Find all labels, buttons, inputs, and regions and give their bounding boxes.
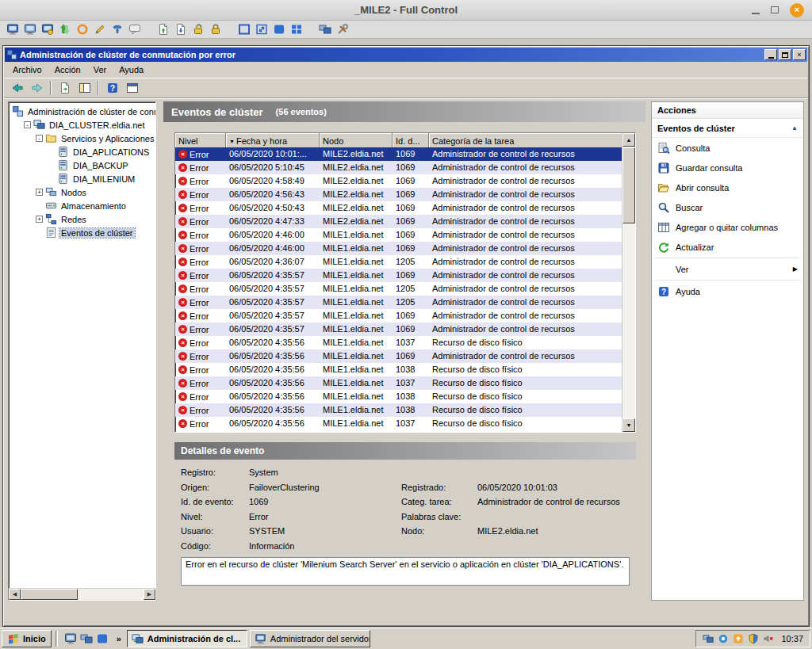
event-row[interactable]: ×Error06/05/2020 4:35:57MILE1.eldia.net1… bbox=[175, 323, 622, 336]
event-row[interactable]: ×Error06/05/2020 4:35:57MILE1.eldia.net1… bbox=[175, 296, 622, 309]
action-buscar[interactable]: Buscar bbox=[652, 197, 803, 217]
event-row[interactable]: ×Error06/05/2020 4:35:56MILE1.eldia.net1… bbox=[175, 336, 622, 349]
event-row[interactable]: ×Error06/05/2020 4:58:49MILE2.eldia.net1… bbox=[175, 174, 622, 188]
tree-item-dia-backup[interactable]: DIA_BACKUP bbox=[9, 158, 155, 172]
action-guardar-consulta[interactable]: Guardar consulta bbox=[652, 158, 803, 178]
event-row[interactable]: ×Error06/05/2020 4:50:43MILE2.eldia.net1… bbox=[175, 201, 622, 215]
event-row[interactable]: ×Error06/05/2020 4:35:56MILE1.eldia.net1… bbox=[175, 376, 622, 390]
unlock-icon[interactable] bbox=[190, 22, 205, 37]
scale-icon[interactable] bbox=[254, 22, 269, 37]
forward-icon[interactable] bbox=[28, 79, 46, 97]
column-header-categoría-de-la-tarea[interactable]: Categoría de la tarea bbox=[429, 133, 635, 147]
vnc-minimize-button[interactable] bbox=[752, 6, 760, 14]
remote-icon[interactable] bbox=[64, 632, 77, 645]
grid-icon[interactable] bbox=[289, 22, 304, 37]
scroll-up-button[interactable]: ▲ bbox=[622, 133, 635, 147]
phone-icon[interactable] bbox=[109, 22, 124, 37]
screen-icon[interactable] bbox=[96, 632, 109, 645]
vnc-close-button[interactable]: × bbox=[790, 3, 804, 17]
window-minimize-button[interactable] bbox=[764, 49, 777, 60]
transfer-icon[interactable] bbox=[57, 22, 72, 37]
event-row[interactable]: ×Error06/05/2020 4:35:57MILE1.eldia.net1… bbox=[175, 269, 622, 282]
file-download-icon[interactable] bbox=[173, 22, 188, 37]
event-row[interactable]: ×Error06/05/2020 4:46:00MILE1.eldia.net1… bbox=[175, 228, 622, 242]
lock-icon[interactable] bbox=[208, 22, 223, 37]
monitor-icon[interactable] bbox=[5, 22, 20, 37]
quick-launch-overflow[interactable]: » bbox=[113, 634, 124, 643]
expand-toggle-icon[interactable]: + bbox=[36, 189, 43, 196]
dual-monitor-icon[interactable] bbox=[80, 632, 93, 645]
chat-icon[interactable] bbox=[127, 22, 142, 37]
window-close-button[interactable]: × bbox=[793, 49, 806, 60]
tree-item-dia-cluster-eldia-net[interactable]: -DIA_CLUSTER.eldia.net bbox=[9, 118, 155, 132]
event-row[interactable]: ×Error06/05/2020 4:35:56MILE1.eldia.net1… bbox=[175, 390, 622, 403]
action-consulta[interactable]: Consulta bbox=[652, 138, 803, 158]
volume-muted-icon[interactable] bbox=[763, 633, 774, 644]
session-icon[interactable] bbox=[718, 633, 729, 644]
splitter-right[interactable] bbox=[645, 101, 651, 601]
event-row[interactable]: ×Error06/05/2020 4:36:07MILE1.eldia.net1… bbox=[175, 255, 622, 269]
event-row[interactable]: ×Error06/05/2020 4:35:56MILE1.eldia.net1… bbox=[175, 417, 622, 430]
fullscreen-icon[interactable] bbox=[236, 22, 251, 37]
collapse-toggle-icon[interactable]: - bbox=[24, 121, 31, 128]
scroll-down-button[interactable]: ▼ bbox=[622, 418, 635, 432]
tree-horizontal-scrollbar[interactable]: ◀ ▶ bbox=[9, 588, 155, 600]
vnc-titlebar[interactable]: _MILE2 - Full Control × bbox=[0, 0, 812, 21]
event-row[interactable]: ×Error06/05/2020 10:01:...MILE2.eldia.ne… bbox=[175, 147, 622, 161]
scroll-left-button[interactable]: ◀ bbox=[9, 589, 21, 600]
tools-icon[interactable] bbox=[335, 22, 350, 37]
collapse-icon[interactable]: ▲ bbox=[791, 124, 798, 132]
update-icon[interactable] bbox=[733, 633, 744, 644]
column-header-nodo[interactable]: Nodo bbox=[320, 133, 393, 147]
tree-item-almacenamiento[interactable]: Almacenamiento bbox=[9, 199, 155, 212]
events-vertical-scrollbar[interactable]: ▲ ▼ bbox=[622, 133, 635, 432]
menu-acción[interactable]: Acción bbox=[48, 63, 87, 77]
vnc-maximize-button[interactable] bbox=[771, 6, 779, 13]
event-row[interactable]: ×Error06/05/2020 4:35:56MILE1.eldia.net1… bbox=[175, 403, 622, 417]
action-actualizar[interactable]: Actualizar bbox=[652, 237, 803, 257]
scrollbar-thumb[interactable] bbox=[622, 147, 635, 223]
new-window-icon[interactable] bbox=[123, 79, 141, 97]
scrollbar-thumb[interactable] bbox=[21, 589, 78, 600]
event-row[interactable]: ×Error06/05/2020 4:35:57MILE1.eldia.net1… bbox=[175, 282, 622, 296]
tree-item-nodos[interactable]: +Nodos bbox=[9, 185, 155, 199]
event-row[interactable]: ×Error06/05/2020 4:47:33MILE2.eldia.net1… bbox=[175, 215, 622, 228]
start-button[interactable]: Inicio bbox=[2, 630, 52, 647]
event-row[interactable]: ×Error06/05/2020 4:35:56MILE1.eldia.net1… bbox=[175, 349, 622, 363]
dual-monitor-icon[interactable] bbox=[317, 22, 332, 37]
menu-archivo[interactable]: Archivo bbox=[6, 63, 48, 77]
expand-toggle-icon[interactable]: + bbox=[36, 216, 43, 223]
event-row[interactable]: ×Error06/05/2020 4:35:57MILE1.eldia.net1… bbox=[175, 309, 622, 323]
tree-item-redes[interactable]: +Redes bbox=[9, 212, 155, 226]
console-tree-icon[interactable] bbox=[75, 79, 94, 97]
event-row[interactable]: ×Error06/05/2020 4:56:43MILE2.eldia.net1… bbox=[175, 188, 622, 201]
event-row[interactable]: ×Error06/05/2020 5:10:45MILE2.eldia.net1… bbox=[175, 161, 622, 174]
export-icon[interactable] bbox=[56, 79, 74, 97]
column-header-nivel[interactable]: Nivel bbox=[175, 133, 226, 147]
screenshot-icon[interactable] bbox=[40, 22, 55, 37]
back-icon[interactable] bbox=[8, 79, 26, 97]
splitter-left[interactable] bbox=[156, 101, 163, 601]
taskbar-button-administración-de-cl[interactable]: Administración de cl... bbox=[127, 630, 247, 647]
tree-item-servicios-y-aplicaciones[interactable]: -Servicios y Aplicaciones bbox=[9, 132, 155, 145]
help-icon[interactable]: ? bbox=[103, 79, 121, 97]
tree-item-administración-de-clúster-de-conmu[interactable]: Administración de clúster de conmu bbox=[9, 105, 155, 118]
action-agregar-o-quitar-columnas[interactable]: Agregar o quitar columnas bbox=[652, 217, 803, 237]
action-ver[interactable]: Ver▶ bbox=[652, 259, 803, 279]
event-row[interactable]: ×Error06/05/2020 4:35:56MILE1.eldia.net1… bbox=[175, 363, 622, 376]
dual-monitor-icon[interactable] bbox=[703, 633, 714, 644]
collapse-toggle-icon[interactable]: - bbox=[36, 135, 43, 142]
edit-icon[interactable] bbox=[92, 22, 107, 37]
action-ayuda[interactable]: ?Ayuda bbox=[652, 281, 803, 301]
menu-ayuda[interactable]: Ayuda bbox=[113, 63, 150, 77]
scrollbar-track[interactable] bbox=[21, 589, 144, 600]
actions-group-header[interactable]: Eventos de clúster ▲ bbox=[652, 119, 803, 138]
scroll-right-button[interactable]: ▶ bbox=[144, 589, 155, 600]
tree-item-dia-milenium[interactable]: DIA_MILENIUM bbox=[9, 172, 155, 185]
tree-item-dia-aplications[interactable]: DIA_APLICATIONS bbox=[9, 145, 155, 158]
monitor-alt-icon[interactable] bbox=[22, 22, 37, 37]
taskbar-button-administrador-del-servidor[interactable]: Administrador del servidor bbox=[250, 630, 370, 647]
event-row[interactable]: ×Error06/05/2020 4:46:00MILE1.eldia.net1… bbox=[175, 242, 622, 255]
file-upload-icon[interactable] bbox=[155, 22, 170, 37]
column-header-fecha-y-hora[interactable]: ▼Fecha y hora bbox=[226, 133, 320, 147]
